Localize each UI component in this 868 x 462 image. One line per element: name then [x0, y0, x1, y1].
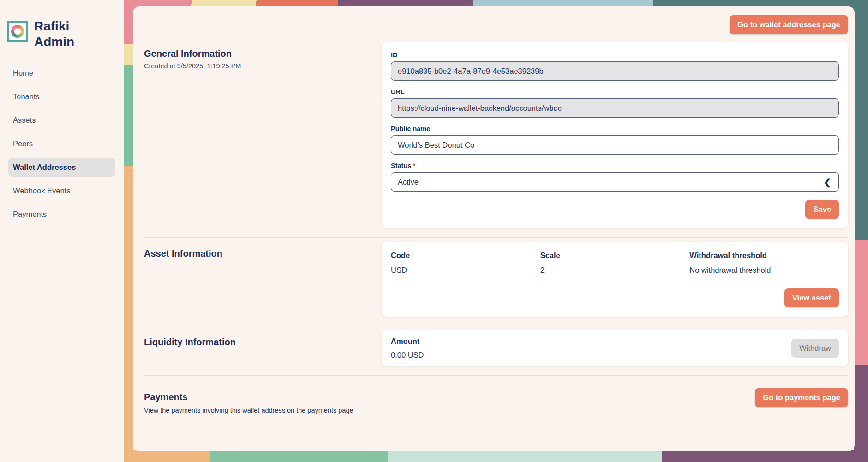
save-button[interactable]: Save: [805, 200, 839, 219]
liquidity-amount: Amount 0.00 USD: [391, 337, 424, 360]
sidebar-item-payments[interactable]: Payments: [8, 205, 115, 224]
background-bottom-stripe: [124, 450, 868, 462]
save-row: Save: [391, 200, 839, 219]
asset-actions-row: View asset: [391, 288, 839, 307]
id-label: ID: [391, 51, 839, 59]
brand-header: Rafiki Admin: [0, 0, 124, 50]
sidebar-nav: Home Tenants Assets Peers Wallet Address…: [0, 64, 124, 224]
liquidity-information-section: Liquidity Information Amount 0.00 USD Wi…: [133, 330, 855, 366]
general-information-card: ID URL Public name Status* Active ❮ Save: [382, 42, 848, 228]
status-field-group: Status* Active ❮: [391, 162, 839, 192]
asset-scale-column: Scale 2: [540, 251, 690, 275]
withdrawal-threshold-label: Withdrawal threshold: [689, 251, 839, 260]
asset-scale-label: Scale: [540, 251, 690, 260]
asset-code-column: Code USD: [391, 251, 540, 275]
payments-section: Payments View the payments involving thi…: [133, 380, 855, 416]
created-at-text: Created at 9/5/2025, 1:19:25 PM: [144, 62, 382, 70]
sidebar-item-tenants[interactable]: Tenants: [8, 87, 115, 106]
section-divider: [144, 237, 848, 238]
asset-information-heading: Asset Information: [144, 248, 382, 259]
general-information-section: General Information Created at 9/5/2025,…: [133, 42, 855, 228]
payments-description: View the payments involving this wallet …: [144, 405, 353, 416]
app-title: Rafiki Admin: [34, 18, 94, 50]
required-asterisk: *: [413, 162, 415, 169]
main-panel: Go to wallet addresses page General Info…: [133, 6, 855, 451]
general-information-heading: General Information: [144, 48, 382, 59]
sidebar-item-wallet-addresses[interactable]: Wallet Addresses: [8, 158, 115, 177]
go-to-wallet-addresses-button[interactable]: Go to wallet addresses page: [730, 15, 848, 34]
status-label: Status*: [391, 162, 839, 169]
general-information-intro: General Information Created at 9/5/2025,…: [144, 42, 382, 228]
withdrawal-threshold-value: No withdrawal threshold: [689, 266, 839, 275]
asset-information-card: Code USD Scale 2 Withdrawal threshold No…: [382, 242, 848, 317]
chevron-icon: ❮: [824, 177, 831, 187]
public-name-input[interactable]: [391, 135, 839, 155]
payments-intro: Payments View the payments involving thi…: [144, 388, 353, 416]
sidebar-item-home[interactable]: Home: [8, 64, 115, 83]
page-header: Go to wallet addresses page: [133, 6, 855, 34]
url-label: URL: [391, 88, 839, 96]
sidebar: Rafiki Admin Home Tenants Assets Peers W…: [0, 0, 124, 462]
url-field-group: URL: [391, 88, 839, 118]
sidebar-item-peers[interactable]: Peers: [8, 134, 115, 153]
rafiki-logo-ring: [11, 25, 24, 38]
withdraw-button: Withdraw: [791, 339, 839, 358]
liquidity-card: Amount 0.00 USD Withdraw: [382, 330, 848, 366]
asset-code-label: Code: [391, 251, 540, 260]
asset-scale-value: 2: [540, 266, 690, 275]
asset-information-section: Asset Information Code USD Scale 2 Withd…: [133, 242, 855, 317]
public-name-field-group: Public name: [391, 125, 839, 155]
url-input: [391, 98, 839, 118]
view-asset-button[interactable]: View asset: [784, 288, 839, 307]
public-name-label: Public name: [391, 125, 839, 132]
asset-code-value: USD: [391, 266, 540, 275]
sidebar-item-webhook-events[interactable]: Webhook Events: [8, 181, 115, 200]
status-select[interactable]: Active ❮: [391, 172, 839, 192]
status-selected-value: Active: [398, 178, 419, 186]
section-divider: [144, 375, 848, 376]
sidebar-item-assets[interactable]: Assets: [8, 111, 115, 130]
section-divider: [144, 326, 848, 326]
id-input: [391, 61, 839, 81]
amount-label: Amount: [391, 337, 424, 346]
asset-information-intro: Asset Information: [144, 242, 382, 317]
background-left-stripe: [124, 0, 133, 462]
go-to-payments-button[interactable]: Go to payments page: [755, 388, 848, 407]
amount-value: 0.00 USD: [391, 351, 424, 360]
liquidity-information-heading: Liquidity Information: [144, 337, 382, 348]
asset-withdrawal-threshold-column: Withdrawal threshold No withdrawal thres…: [689, 251, 839, 275]
asset-grid: Code USD Scale 2 Withdrawal threshold No…: [391, 251, 839, 275]
liquidity-information-intro: Liquidity Information: [144, 330, 382, 366]
id-field-group: ID: [391, 51, 839, 81]
payments-heading: Payments: [144, 392, 353, 402]
background-right-stripe: [854, 0, 868, 462]
rafiki-logo-icon: [7, 21, 28, 42]
